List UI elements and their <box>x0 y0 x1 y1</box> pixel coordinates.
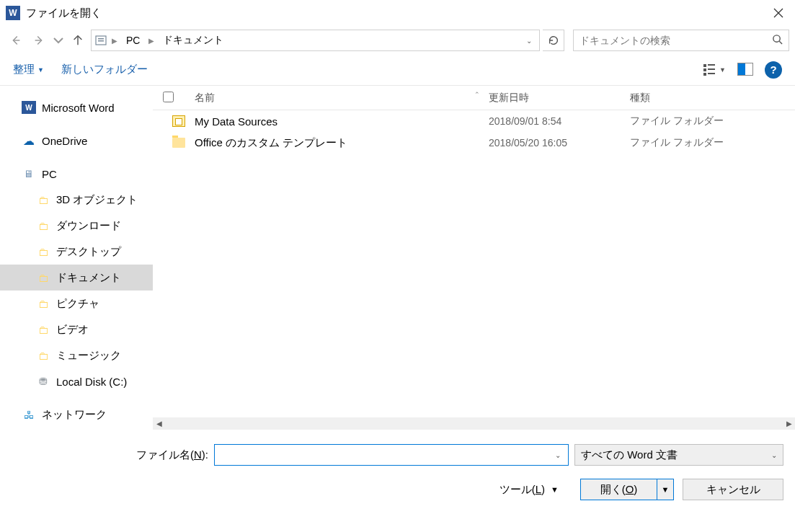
tree-item-word[interactable]: W Microsoft Word <box>0 94 153 120</box>
open-button[interactable]: 開く(O) ▼ <box>580 479 674 500</box>
breadcrumb-pc[interactable]: PC <box>122 33 144 48</box>
folder-icon: 🗀 <box>36 245 50 258</box>
filter-label: すべての Word 文書 <box>581 448 678 462</box>
close-button[interactable] <box>762 0 795 26</box>
bottom-panel: ファイル名(N): ⌄ すべての Word 文書 ⌄ ツール(L)▼ 開く(O)… <box>0 430 795 510</box>
search-box[interactable] <box>573 30 789 51</box>
arrow-right-icon <box>32 34 45 47</box>
title-bar: W ファイルを開く <box>0 0 795 26</box>
word-icon: W <box>22 101 36 114</box>
nav-recent-button[interactable] <box>52 30 65 50</box>
folder-icon: 🗀 <box>36 349 50 362</box>
preview-pane-button[interactable] <box>737 63 753 77</box>
scroll-left-icon[interactable]: ◀ <box>153 417 165 430</box>
select-all-checkbox[interactable] <box>163 92 174 102</box>
new-folder-button[interactable]: 新しいフォルダー <box>61 63 148 76</box>
svg-rect-6 <box>98 38 104 40</box>
main-split: W Microsoft Word ☁ OneDrive 🖥 PC 🗀3D オブジ… <box>0 85 795 430</box>
cloud-icon: ☁ <box>22 134 36 147</box>
address-dropdown[interactable]: ⌄ <box>522 37 536 45</box>
tree-item-desktop[interactable]: 🗀デスクトップ <box>0 239 153 265</box>
preview-pane-icon <box>737 63 753 76</box>
toolbar: 整理▼ 新しいフォルダー ▼ ? <box>0 55 795 85</box>
organize-menu[interactable]: 整理▼ <box>13 63 44 76</box>
breadcrumb-separator: ▶ <box>112 37 117 45</box>
tree-item-videos[interactable]: 🗀ビデオ <box>0 316 153 342</box>
tree-label: デスクトップ <box>56 245 121 259</box>
tree-item-pc[interactable]: 🖥 PC <box>0 161 153 187</box>
search-input[interactable] <box>579 35 772 46</box>
filename-combobox[interactable]: ⌄ <box>214 444 569 466</box>
chevron-down-icon: ⌄ <box>771 451 777 459</box>
tree-item-music[interactable]: 🗀ミュージック <box>0 342 153 368</box>
file-date: 2018/09/01 8:54 <box>489 115 630 127</box>
tree-label: ピクチャ <box>56 297 99 311</box>
refresh-button[interactable] <box>543 30 564 51</box>
chevron-down-icon <box>52 34 65 47</box>
file-list-body[interactable]: My Data Sources 2018/09/01 8:54 ファイル フォル… <box>153 110 795 417</box>
list-view-icon <box>703 64 715 76</box>
chevron-down-icon[interactable]: ⌄ <box>552 451 564 459</box>
scroll-right-icon[interactable]: ▶ <box>783 417 795 430</box>
tree-label: 3D オブジェクト <box>56 193 138 207</box>
filename-input[interactable] <box>219 450 552 461</box>
tree-item-pictures[interactable]: 🗀ピクチャ <box>0 291 153 316</box>
tree-item-3d[interactable]: 🗀3D オブジェクト <box>0 187 153 213</box>
cancel-button[interactable]: キャンセル <box>683 479 783 500</box>
tools-menu[interactable]: ツール(L)▼ <box>499 483 559 497</box>
document-folder-icon <box>94 34 107 47</box>
file-row[interactable]: My Data Sources 2018/09/01 8:54 ファイル フォル… <box>153 110 795 132</box>
breadcrumb-documents[interactable]: ドキュメント <box>159 32 228 48</box>
svg-point-8 <box>773 35 780 42</box>
file-name: Office のカスタム テンプレート <box>195 136 489 150</box>
file-type: ファイル フォルダー <box>630 136 724 149</box>
view-mode-button[interactable]: ▼ <box>703 64 726 76</box>
folder-icon: 🗀 <box>36 219 50 232</box>
tree-label: ミュージック <box>56 349 121 363</box>
open-split-dropdown[interactable]: ▼ <box>657 485 673 494</box>
tree-label: Local Disk (C:) <box>56 376 127 388</box>
nav-back-button[interactable] <box>6 30 26 50</box>
svg-line-9 <box>779 41 782 44</box>
file-list: 名前⌃ 更新日時 種類 My Data Sources 2018/09/01 8… <box>153 86 795 430</box>
tree-label: OneDrive <box>42 135 87 147</box>
nav-forward-button[interactable] <box>29 30 49 50</box>
file-list-header: 名前⌃ 更新日時 種類 <box>153 86 795 110</box>
address-bar-row: ▶ PC ▶ ドキュメント ⌄ <box>0 26 795 55</box>
nav-tree[interactable]: W Microsoft Word ☁ OneDrive 🖥 PC 🗀3D オブジ… <box>0 86 153 430</box>
help-button[interactable]: ? <box>765 61 782 79</box>
column-date[interactable]: 更新日時 <box>489 92 630 105</box>
svg-rect-7 <box>98 40 104 42</box>
tree-label: ドキュメント <box>56 271 121 285</box>
horizontal-scrollbar[interactable]: ◀ ▶ <box>153 417 795 430</box>
tree-item-onedrive[interactable]: ☁ OneDrive <box>0 128 153 154</box>
column-type[interactable]: 種類 <box>630 92 650 105</box>
tree-item-documents[interactable]: 🗀ドキュメント <box>0 265 153 291</box>
nav-up-button[interactable] <box>68 30 88 50</box>
file-name: My Data Sources <box>195 115 489 128</box>
address-box[interactable]: ▶ PC ▶ ドキュメント ⌄ <box>91 30 540 51</box>
network-icon: 🖧 <box>22 408 36 421</box>
data-source-folder-icon <box>172 115 185 127</box>
tree-item-downloads[interactable]: 🗀ダウンロード <box>0 213 153 239</box>
tree-label: ダウンロード <box>56 219 121 233</box>
refresh-icon <box>548 35 559 46</box>
filename-label: ファイル名(N): <box>136 448 208 462</box>
window-title: ファイルを開く <box>26 6 102 20</box>
folder-icon: 🗀 <box>36 297 50 310</box>
pc-icon: 🖥 <box>22 167 36 180</box>
search-icon[interactable] <box>772 34 783 47</box>
folder-icon <box>172 138 185 148</box>
column-name[interactable]: 名前⌃ <box>195 92 489 105</box>
close-icon <box>773 8 783 18</box>
tree-item-localdisk[interactable]: ⛃Local Disk (C:) <box>0 368 153 394</box>
tree-label: ビデオ <box>56 323 89 337</box>
file-type-filter[interactable]: すべての Word 文書 ⌄ <box>574 444 783 466</box>
file-row[interactable]: Office のカスタム テンプレート 2018/05/20 16:05 ファイ… <box>153 132 795 154</box>
arrow-left-icon <box>9 34 22 47</box>
folder-icon: 🗀 <box>36 323 50 336</box>
tree-label: Microsoft Word <box>42 102 115 114</box>
tree-item-network[interactable]: 🖧ネットワーク <box>0 402 153 427</box>
file-type: ファイル フォルダー <box>630 115 724 128</box>
folder-icon: 🗀 <box>36 271 50 284</box>
